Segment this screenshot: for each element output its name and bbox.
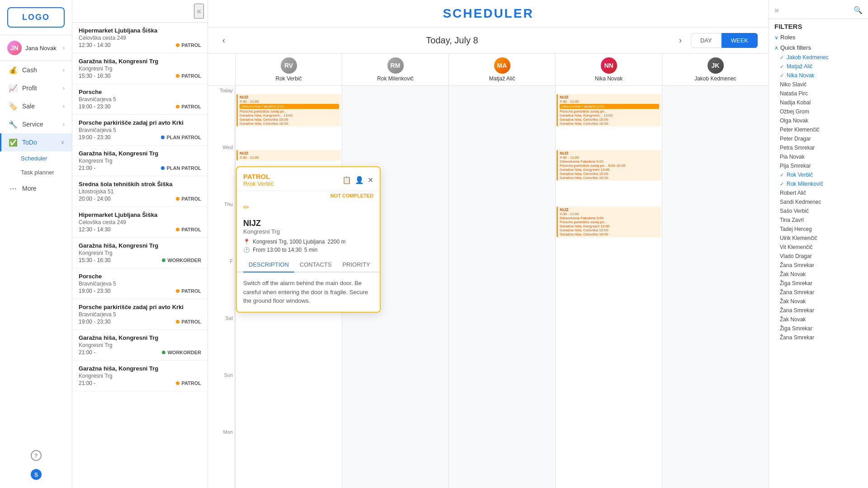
list-item-10[interactable]: Garažna hiša, Kongresni Trg Kongresni Tr… (72, 330, 208, 361)
list-item-0[interactable]: Hipermarket Ljubljana Šiška Celovška ces… (72, 23, 208, 53)
cash-icon: 💰 (9, 66, 18, 75)
person-filter-0[interactable]: ✓Jakob Kedmenec (769, 53, 868, 62)
list-item-1[interactable]: Garažna hiša, Kongresni Trg Kongresni Tr… (72, 53, 208, 84)
list-item-4[interactable]: Garažna hiša, Kongresni Trg Kongresni Tr… (72, 145, 208, 176)
person-filter-17[interactable]: Sašo Verbič (769, 206, 868, 216)
nav-item-more[interactable]: ⋯ More (0, 179, 72, 197)
more-icon: ⋯ (9, 184, 18, 193)
edit-pencil-icon[interactable]: ✏ (243, 203, 249, 211)
day-label-sun: Sun (208, 372, 235, 429)
filter-section-roles[interactable]: ∨ Roles (769, 32, 868, 42)
popup-user-button[interactable]: 👤 (355, 176, 364, 184)
person-filter-31[interactable]: Žana Smrekar (769, 333, 868, 342)
person-filter-2[interactable]: ✓Nika Novak (769, 71, 868, 80)
event-nika-thu[interactable]: NIJZ 4:30 - 11:00 Zdravstvena Fakulteta … (557, 206, 661, 237)
person-filter-23[interactable]: Žana Smrekar (769, 261, 868, 270)
list-item-2[interactable]: Porsche Bravničarjeva 5 19:00 - 23:30 PA… (72, 84, 208, 115)
popup-card: PATROL Rrok Verbič 📋 👤 ✕ NOT COMPLETED ✏… (236, 166, 381, 313)
popup-tab-contacts[interactable]: CONTACTS (294, 258, 337, 272)
popup-close-button[interactable]: ✕ (368, 176, 373, 184)
clock-icon: 🕐 (243, 247, 250, 253)
list-item-8[interactable]: Porsche Bravničarjeva 5 19:00 - 23:30 PA… (72, 268, 208, 299)
person-filter-15[interactable]: Robert Alič (769, 188, 868, 197)
nav-item-todo[interactable]: ✅ ToDo ∨ (0, 133, 72, 151)
person-filter-7[interactable]: Olga Novak (769, 116, 868, 125)
nav-sub-task-planner[interactable]: Task planner (0, 165, 72, 179)
prev-date-button[interactable]: ‹ (219, 34, 229, 47)
user-profile[interactable]: JN Jana Novak › (0, 35, 72, 61)
quickfilters-label: Quick filters (780, 44, 811, 51)
event-nijz-1[interactable]: NIJZ 4:30 - 11:00 Zdravstvena Fakulteta … (236, 94, 341, 127)
person-filter-21[interactable]: Vit Klemenčič (769, 243, 868, 252)
person-filter-5[interactable]: Nadija Kobal (769, 98, 868, 107)
view-toggle: DAY WEEK (691, 33, 758, 48)
calendar-body: Today Wed Thu F Sat Sun Mon NIJZ 4:30 - … (208, 86, 769, 488)
list-item-11[interactable]: Garažna hiša, Kongresni Trg Kongresni Tr… (72, 361, 208, 391)
person-filter-24[interactable]: Žak Novak (769, 270, 868, 279)
scheduler-title: SCHEDULER (443, 6, 533, 21)
person-filter-10[interactable]: Petra Smrekar (769, 143, 868, 152)
person-filter-19[interactable]: Tadej Herceg (769, 225, 868, 234)
person-filter-8[interactable]: Peter Klemenčič (769, 125, 868, 134)
date-nav: ‹ Today, July 8 › DAY WEEK (208, 28, 769, 54)
search-button[interactable]: 🔍 (854, 6, 863, 14)
person-filter-9[interactable]: Peter Dragar (769, 134, 868, 143)
popup-tab-priority[interactable]: PRIORITY (337, 258, 375, 272)
next-date-button[interactable]: › (675, 34, 685, 47)
day-label-thu: Thu (208, 202, 235, 258)
nav-label-service: Service (22, 121, 63, 128)
person-filter-26[interactable]: Žana Smrekar (769, 288, 868, 297)
people-filter-list: ✓Jakob Kedmenec✓Matjaž Alič✓Nika NovakNi… (769, 53, 868, 342)
nav-item-sale[interactable]: 🏷️ Sale › (0, 97, 72, 115)
collapse-list-button[interactable]: « (194, 4, 204, 19)
list-item-6[interactable]: Hipermarket Ljubljana Šiška Celovška ces… (72, 207, 208, 238)
person-filter-22[interactable]: Vlado Dragar (769, 252, 868, 261)
nav-sub-scheduler[interactable]: Scheduler (0, 151, 72, 165)
person-filter-1[interactable]: ✓Matjaž Alič (769, 62, 868, 71)
nav-item-service[interactable]: 🔧 Service › (0, 115, 72, 133)
nav-item-cash[interactable]: 💰 Cash › (0, 61, 72, 79)
checkmark-icon: ✓ (780, 64, 784, 70)
list-item-7[interactable]: Garažna hiša, Kongresni Trg Kongresni Tr… (72, 238, 208, 268)
expand-right-button[interactable]: » (774, 5, 779, 15)
day-labels-col: Today Wed Thu F Sat Sun Mon (208, 86, 235, 488)
popup-badge-area: PATROL Rrok Verbič (243, 173, 274, 187)
person-filter-11[interactable]: Pia Novak (769, 152, 868, 161)
person-filter-18[interactable]: Tina Zavrl (769, 216, 868, 225)
person-filter-3[interactable]: Niko Slavič (769, 80, 868, 89)
popup-tab-description[interactable]: DESCRIPTION (243, 258, 294, 272)
person-filter-25[interactable]: Žiga Smrekar (769, 279, 868, 288)
event-nika-1[interactable]: NIJZ 4:30 - 11:00 Zdravstvena Fakulteta … (557, 94, 661, 127)
person-filter-4[interactable]: Nataša Pirc (769, 89, 868, 98)
person-filter-16[interactable]: Sandi Kedmenec (769, 197, 868, 206)
person-filter-30[interactable]: Žiga Smrekar (769, 324, 868, 333)
popup-person: Rrok Verbič (243, 180, 274, 187)
help-icon[interactable]: ? (31, 450, 42, 461)
list-item-5[interactable]: Sredna šola tehniških strok Šiška Litost… (72, 176, 208, 207)
event-nika-wed[interactable]: NIJZ 4:30 - 11:00 Zdravstvena Fakulteta … (557, 150, 661, 181)
person-filter-12[interactable]: Pija Smrekar (769, 161, 868, 170)
person-filter-28[interactable]: Žana Smrekar (769, 306, 868, 315)
nav-section: 💰 Cash › 📈 Profit › 🏷️ Sale › 🔧 Service … (0, 61, 72, 445)
person-filter-27[interactable]: Žak Novak (769, 297, 868, 306)
week-view-button[interactable]: WEEK (722, 33, 758, 48)
grid-col-matjaz (448, 86, 555, 488)
filter-section-quickfilters[interactable]: ∧ Quick filters (769, 42, 868, 53)
popup-time-from: From 13:00 to 14:30 (253, 247, 302, 253)
roles-label: Roles (780, 34, 795, 41)
todo-icon: ✅ (9, 138, 18, 147)
popup-location-name: NIJZ (243, 219, 373, 228)
person-filter-13[interactable]: ✓Rok Verbič (769, 170, 868, 179)
checkmark-icon: ✓ (780, 55, 784, 61)
list-item-9[interactable]: Porsche parkirišče zadaj pri avto Krki B… (72, 299, 208, 330)
day-view-button[interactable]: DAY (691, 33, 722, 48)
sidebar-footer: ? S (0, 445, 72, 488)
person-filter-20[interactable]: Ulrik Klemenčič (769, 234, 868, 243)
popup-doc-button[interactable]: 📋 (342, 176, 351, 184)
event-nijz-wed-1[interactable]: NIJZ 4:30 - 11:00 (236, 150, 341, 160)
person-filter-29[interactable]: Žak Novak (769, 315, 868, 324)
list-item-3[interactable]: Porsche parkirišče zadaj pri avto Krki B… (72, 115, 208, 145)
nav-item-profit[interactable]: 📈 Profit › (0, 79, 72, 97)
person-filter-14[interactable]: ✓Rok Milenkovič (769, 179, 868, 188)
person-filter-6[interactable]: Ožbej Grom (769, 107, 868, 116)
